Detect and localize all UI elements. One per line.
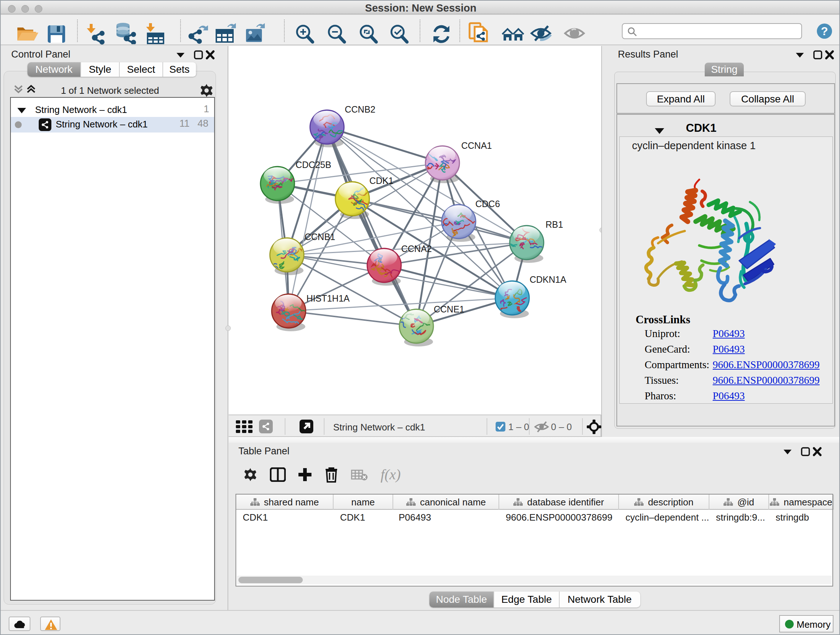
svg-text:CDKN1A: CDKN1A [530, 274, 567, 285]
svg-text:CCNA1: CCNA1 [461, 141, 492, 150]
svg-text:CCNA2: CCNA2 [401, 244, 432, 254]
svg-text:CCNE1: CCNE1 [434, 304, 464, 314]
svg-text:CDK1: CDK1 [369, 176, 393, 186]
svg-text:CCNB1: CCNB1 [305, 232, 335, 242]
svg-text:CDC25B: CDC25B [295, 160, 332, 170]
svg-text:CCNB2: CCNB2 [345, 104, 376, 114]
svg-text:HIST1H1A: HIST1H1A [306, 293, 350, 303]
svg-text:RB1: RB1 [546, 219, 563, 230]
svg-text:CDC6: CDC6 [475, 199, 500, 209]
